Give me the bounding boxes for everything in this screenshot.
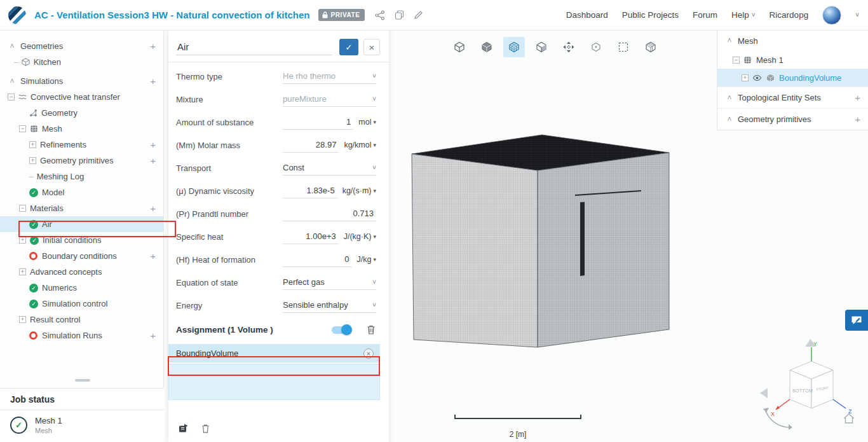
start-run-button[interactable]: + [150,331,156,340]
simscale-logo-icon[interactable] [8,6,27,25]
clear-selection-trash-icon[interactable] [201,424,210,434]
expand-icon[interactable]: + [19,237,26,244]
tree-item-numerics[interactable]: ✓ Numerics [0,280,163,296]
tree-item-simulation-runs[interactable]: Simulation Runs + [0,328,163,343]
import-selection-icon[interactable] [177,422,189,434]
collapse-icon[interactable]: − [19,125,26,132]
tree-item-refinements[interactable]: + Refinements + [0,137,163,153]
transport-select[interactable]: Const ˅ [283,160,376,176]
tree-item-advanced-concepts[interactable]: + Advanced concepts [0,264,163,280]
share-icon[interactable] [375,10,385,20]
assignment-item-boundingvolume[interactable]: BoundingVolume × [168,344,380,363]
mesh-quality-icon[interactable] [640,37,661,57]
molar-mass-input[interactable]: 28.97 [283,137,339,153]
tree-section-geometries[interactable]: ˄ Geometries + [0,38,163,54]
view-solid-icon[interactable] [476,37,498,57]
amount-of-substance-input[interactable]: 1 [283,114,353,130]
tree-item-geometry[interactable]: Geometry [0,105,163,121]
tree-item-result-control[interactable]: + Result control [0,312,163,328]
add-geometry-button[interactable]: + [150,41,156,51]
add-simulation-button[interactable]: + [150,76,156,86]
duplicate-icon[interactable] [395,10,404,20]
heat-of-formation-input[interactable]: 0 [283,252,352,267]
unit-select[interactable]: J/kg ▾ [357,255,376,264]
expand-icon[interactable]: + [29,141,36,148]
job-status-row[interactable]: ✓ Mesh 1 Mesh [0,410,164,442]
tree-item-model[interactable]: ✓ Model [0,184,163,200]
remove-assignment-icon[interactable]: × [363,349,374,359]
confirm-button[interactable]: ✓ [339,39,358,55]
material-name-input[interactable] [176,39,332,55]
energy-select[interactable]: Sensible enthalpy ˅ [283,298,376,313]
chevron-down-icon: ˅ [372,164,376,171]
scene-tree-geometry-primitives[interactable]: ˄ Geometry primitives + [717,108,868,130]
nav-dashboard[interactable]: Dashboard [566,10,608,20]
orientation-cube[interactable]: BOTTOM FRONT Y X Z [757,337,868,442]
scene-tree-boundingvolume[interactable]: + BoundingVolume [717,69,868,86]
mesh-model-boundingvolume[interactable] [389,31,717,442]
nav-help[interactable]: Help ˅ [731,10,756,20]
avatar[interactable] [822,6,841,25]
specific-heat-input[interactable]: 1.00e+3 [283,229,339,244]
panel-resize-handle[interactable] [75,379,90,382]
tree-item-geometry-primitives[interactable]: + Geometry primitives + [0,153,163,169]
tree-section-simulations[interactable]: ˄ Simulations + [0,73,163,89]
unit-select[interactable]: J/(kg·K) ▾ [344,232,376,241]
view-transparent-icon[interactable] [531,37,552,57]
add-primitive-button[interactable]: + [150,156,156,165]
tree-item-materials[interactable]: − Materials + [0,200,163,216]
expand-icon[interactable]: + [742,74,749,81]
nav-public-projects[interactable]: Public Projects [622,10,679,20]
thermo-type-select[interactable]: He rho thermo ˅ [283,69,376,84]
scene-tree-mesh1[interactable]: − Mesh 1 [717,51,868,69]
tree-item-initial-conditions[interactable]: + ✓ Initial conditions [0,232,163,248]
view-geometry-icon[interactable] [449,37,470,57]
prandtl-number-input[interactable]: 0.713 [283,206,376,221]
position-axes-icon[interactable] [558,37,580,57]
support-chat-button[interactable] [845,310,868,331]
expand-icon[interactable]: + [29,157,36,164]
pan-left-arrow-icon[interactable] [760,388,768,398]
chevron-down-icon[interactable]: ˅ [855,11,859,18]
view-isometric-icon[interactable] [585,37,607,57]
tree-item-simulation-control[interactable]: ✓ Simulation control [0,296,163,312]
collapse-icon[interactable]: − [733,57,740,64]
nav-username[interactable]: Ricardopg [770,10,809,20]
add-boundary-condition-button[interactable]: + [150,251,156,261]
add-geometry-primitive-button[interactable]: + [855,114,860,124]
tree-item-boundary-conditions[interactable]: Boundary conditions + [0,248,163,264]
trash-icon[interactable] [366,324,376,335]
expand-icon[interactable]: + [19,268,26,275]
rotate-arc-icon[interactable] [766,411,789,427]
add-material-button[interactable]: + [150,204,156,213]
nav-forum[interactable]: Forum [693,10,717,20]
collapse-icon[interactable]: − [19,205,26,212]
tree-item-convective-heat-transfer[interactable]: − Convective heat transfer [0,89,163,105]
assignment-toggle[interactable] [332,326,351,334]
box-select-icon[interactable] [613,37,634,57]
mixture-select[interactable]: pureMixture ˅ [283,92,376,107]
add-entity-set-button[interactable]: + [855,93,860,102]
equation-of-state-select[interactable]: Perfect gas ˅ [283,275,376,290]
unit-select[interactable]: kg/kmol ▾ [344,141,376,149]
tree-item-mesh[interactable]: − Mesh [0,121,163,137]
box-left-face[interactable] [412,154,538,347]
tree-item-meshing-log[interactable]: – Meshing Log [0,169,163,184]
unit-select[interactable]: mol ▾ [358,118,376,127]
expand-icon[interactable]: + [19,316,26,323]
dynamic-viscosity-input[interactable]: 1.83e-5 [283,183,337,198]
visibility-eye-icon[interactable] [752,73,762,83]
unit-select[interactable]: kg/(s·m) ▾ [342,186,376,195]
close-panel-button[interactable]: × [363,39,380,55]
tree-item-kitchen[interactable]: – Kitchen [0,54,163,70]
edit-pencil-icon[interactable] [414,10,423,20]
assignment-selection-area[interactable] [168,364,380,400]
view-mesh-icon[interactable] [503,37,525,57]
scene-tree-topological-entity-sets[interactable]: ˄ Topological Entity Sets + [717,86,868,108]
add-refinement-button[interactable]: + [150,140,156,149]
box-right-face[interactable] [538,153,669,347]
collapse-icon[interactable]: − [8,93,15,100]
scene-tree-mesh-header[interactable]: ˄ Mesh [717,31,868,51]
tree-item-air[interactable]: ✓ Air [0,216,163,232]
home-view-icon[interactable] [844,414,854,423]
